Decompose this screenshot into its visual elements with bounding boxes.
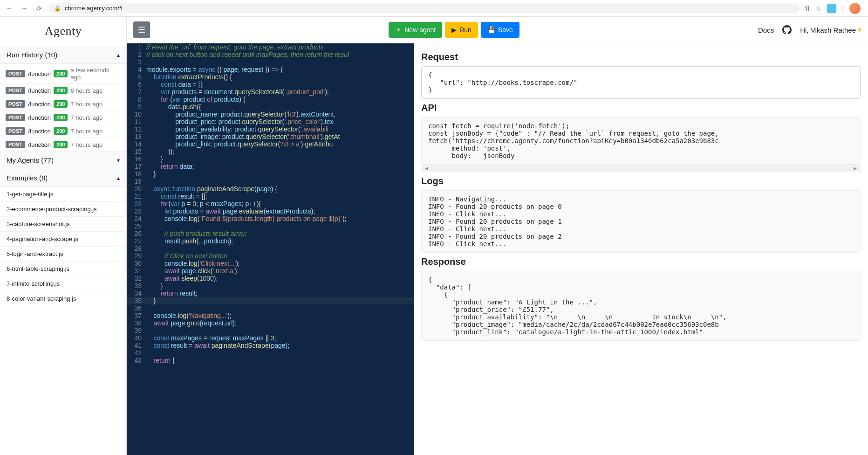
code-line[interactable]: 18 }	[127, 170, 414, 178]
code-line[interactable]: 29 // Click on next button	[127, 252, 414, 260]
code-line[interactable]: 3	[127, 58, 414, 66]
code-line[interactable]: 24 console.log(`Found ${products.length}…	[127, 215, 414, 222]
back-button[interactable]: ←	[4, 3, 15, 14]
code-editor[interactable]: 1// Read the `url` from request, goto th…	[127, 43, 414, 455]
bookmark-icon[interactable]: ☆	[815, 5, 821, 12]
right-panels: Request { "url": "http://books.toscrape.…	[414, 43, 868, 455]
code-line[interactable]: 25	[127, 222, 414, 230]
code-line[interactable]: 34 return result;	[127, 290, 414, 297]
code-line[interactable]: 2// click on next button and repeat unti…	[127, 51, 414, 58]
examples-title: Examples (8)	[7, 174, 48, 182]
history-item[interactable]: POST /function 200 7 hours ago	[0, 124, 126, 138]
code-line[interactable]: 16 }	[127, 155, 414, 163]
request-body[interactable]: { "url": "http://books.toscrape.com/" }	[421, 66, 861, 99]
status-badge: 200	[54, 100, 68, 108]
history-time: 6 hours ago	[70, 87, 103, 94]
save-button[interactable]: 💾 Save	[481, 22, 519, 38]
line-number: 17	[127, 163, 146, 170]
run-button[interactable]: ▶ Run	[445, 22, 478, 38]
code-line[interactable]: 1// Read the `url` from request, goto th…	[127, 43, 414, 51]
key-icon[interactable]: ⚿	[803, 5, 810, 12]
code-line[interactable]: 27 result.push(...products);	[127, 237, 414, 245]
examples-header[interactable]: Examples (8) ▴	[0, 169, 126, 187]
example-item[interactable]: 6-html-table-scraping.js	[0, 262, 126, 276]
code-line[interactable]: 41 const result = await paginateAndScrap…	[127, 342, 414, 349]
example-item[interactable]: 2-ecommerce-product-scraping.js	[0, 202, 126, 217]
chevron-down-icon: ▾	[117, 157, 120, 164]
extension-icon[interactable]	[827, 4, 836, 13]
code-line[interactable]: 15 });	[127, 148, 414, 155]
line-number: 33	[127, 282, 146, 290]
code-line[interactable]: 11 product_price: product.querySelector(…	[127, 118, 414, 125]
code-line[interactable]: 26 // push products result array;	[127, 230, 414, 237]
history-path: /function	[28, 101, 51, 108]
code-line[interactable]: 32 await sleep(1000);	[127, 275, 414, 282]
new-agent-button[interactable]: ＋ New agent	[389, 22, 442, 38]
code-line[interactable]: 9 data.push({	[127, 103, 414, 110]
code-line[interactable]: 7 var products = document.querySelectorA…	[127, 88, 414, 96]
line-number: 8	[127, 96, 146, 103]
code-line[interactable]: 43 return {	[127, 357, 414, 364]
line-number: 23	[127, 207, 146, 215]
example-item[interactable]: 1-get-page-title.js	[0, 187, 126, 202]
example-item[interactable]: 8-color-variant-scraping.js	[0, 291, 126, 306]
code-line[interactable]: 13 product_image: product.querySelector(…	[127, 133, 414, 140]
history-item[interactable]: POST /function 200 6 hours ago	[0, 84, 126, 97]
example-item[interactable]: 5-login-and-extract.js	[0, 247, 126, 262]
code-line[interactable]: 30 console.log('Click next...');	[127, 260, 414, 267]
scroll-indicator[interactable]: ◄►	[421, 165, 861, 172]
toolbar: ☰ ＋ New agent ▶ Run 💾 Save Docs	[127, 17, 868, 43]
api-body[interactable]: const fetch = require('node-fetch'); con…	[421, 117, 861, 165]
code-line[interactable]: 40 const maxPages = request.maxPages || …	[127, 334, 414, 342]
history-item[interactable]: POST /function 200 a few seconds ago	[0, 64, 126, 84]
line-number: 3	[127, 58, 146, 66]
docs-link[interactable]: Docs	[758, 26, 774, 34]
code-line[interactable]: 19	[127, 178, 414, 185]
code-line[interactable]: 37 console.log('Navigating...');	[127, 312, 414, 319]
code-line[interactable]: 35 }	[127, 297, 414, 304]
my-agents-header[interactable]: My Agents (77) ▾	[0, 152, 126, 169]
code-line[interactable]: 22 for(var p = 0; p < maxPages; p++){	[127, 200, 414, 207]
code-line[interactable]: 14 product_link: product.querySelector('…	[127, 140, 414, 148]
code-line[interactable]: 5 function extractProducts() {	[127, 73, 414, 81]
reload-button[interactable]: ⟳	[34, 3, 45, 14]
code-line[interactable]: 10 product_name: product.querySelector('…	[127, 110, 414, 118]
code-line[interactable]: 36	[127, 304, 414, 312]
history-item[interactable]: POST /function 200 7 hours ago	[0, 97, 126, 111]
line-number: 25	[127, 222, 146, 230]
sidebar: Agenty Run History (10) ▴ POST /function…	[0, 17, 127, 455]
forward-button[interactable]: →	[19, 3, 30, 14]
code-line[interactable]: 12 product_availability: product.querySe…	[127, 125, 414, 133]
profile-avatar[interactable]	[849, 3, 861, 14]
code-line[interactable]: 8 for (var product of products) {	[127, 96, 414, 103]
code-line[interactable]: 17 return data;	[127, 163, 414, 170]
example-item[interactable]: 3-capture-screenshot.js	[0, 217, 126, 232]
code-line[interactable]: 38 await page.goto(request.url);	[127, 319, 414, 327]
code-line[interactable]: 6 const data = [];	[127, 81, 414, 88]
history-item[interactable]: POST /function 200 7 hours ago	[0, 111, 126, 124]
code-line[interactable]: 4module.exports = async ({ page, request…	[127, 66, 414, 73]
example-item[interactable]: 4-pagination-and-scrape.js	[0, 232, 126, 247]
history-path: /function	[28, 128, 51, 135]
code-line[interactable]: 33 }	[127, 282, 414, 290]
code-line[interactable]: 28	[127, 245, 414, 252]
code-line[interactable]: 23 let products = await page.evaluate(ex…	[127, 207, 414, 215]
method-badge: POST	[6, 70, 25, 77]
menu-button[interactable]: ☰	[133, 21, 150, 38]
status-badge: 200	[54, 87, 68, 94]
line-number: 35	[127, 297, 146, 304]
example-item[interactable]: 7-infinite-scrolling.js	[0, 276, 126, 291]
history-time: a few seconds ago	[70, 67, 121, 81]
code-line[interactable]: 21 const result = [];	[127, 193, 414, 200]
run-history-header[interactable]: Run History (10) ▴	[0, 46, 126, 64]
code-line[interactable]: 31 await page.click('.next a');	[127, 267, 414, 275]
code-line[interactable]: 39	[127, 327, 414, 334]
line-number: 41	[127, 342, 146, 349]
address-bar[interactable]: 🔒 chrome.agenty.com/#	[48, 3, 800, 14]
user-menu[interactable]: Hi, Vikash Rathee ▾	[800, 26, 861, 34]
code-line[interactable]: 20 async function paginateAndScrape(page…	[127, 185, 414, 193]
history-item[interactable]: POST /function 200 7 hours ago	[0, 138, 126, 152]
code-line[interactable]: 42	[127, 349, 414, 357]
response-body: { "data": [ { "product_name": "A Light i…	[421, 271, 861, 341]
github-icon[interactable]	[782, 25, 792, 34]
